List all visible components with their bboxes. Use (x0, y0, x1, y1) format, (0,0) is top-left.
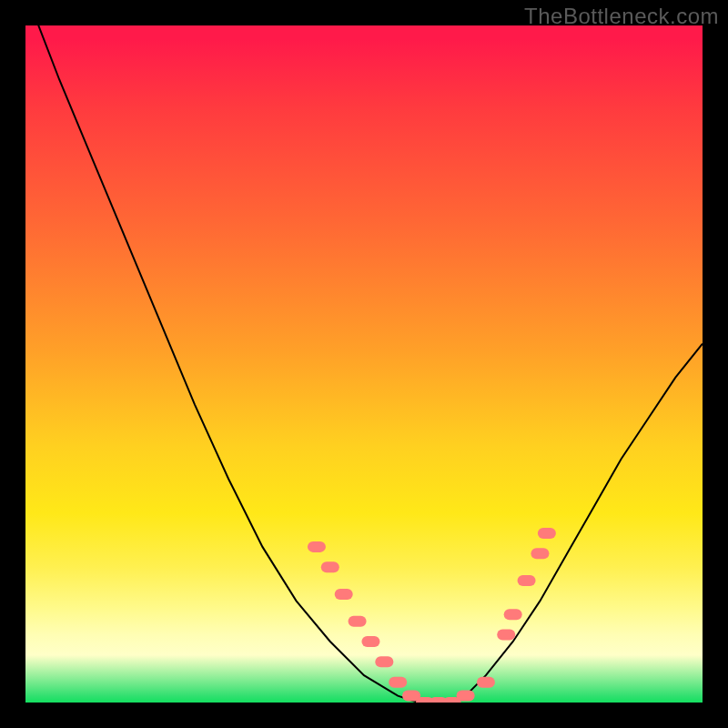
bottleneck-curve (25, 25, 703, 703)
highlight-dots-group (313, 533, 551, 703)
chart-svg (25, 25, 703, 703)
